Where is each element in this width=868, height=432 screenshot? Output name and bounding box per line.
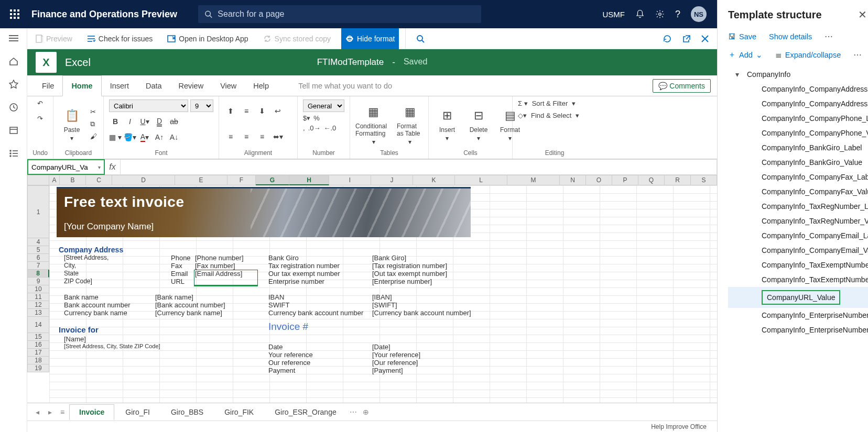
open-desktop-button[interactable]: Open in Desktop App bbox=[163, 28, 252, 49]
clock-icon[interactable] bbox=[8, 102, 19, 113]
tree-item[interactable]: CompanyInfo_CompanyFax_Valu bbox=[728, 184, 868, 199]
row-header[interactable]: 1 bbox=[27, 185, 49, 238]
border-button[interactable]: ▦ ▾ bbox=[109, 131, 122, 143]
panel-close-icon[interactable]: ✕ bbox=[858, 8, 867, 21]
align-bottom-button[interactable]: ⬇ bbox=[256, 105, 268, 117]
percent-button[interactable]: % bbox=[313, 114, 320, 122]
font-color-button[interactable]: A▾ bbox=[138, 131, 151, 143]
sheet-nav-prev-icon[interactable]: ▸ bbox=[44, 408, 56, 416]
row-header[interactable]: 12 bbox=[27, 301, 49, 309]
sync-button[interactable]: Sync stored copy bbox=[259, 28, 335, 49]
sheet-nav-first-icon[interactable]: ◂ bbox=[31, 408, 43, 416]
underline-button[interactable]: U ▾ bbox=[138, 115, 151, 128]
row-header[interactable]: 7 bbox=[27, 262, 49, 270]
name-box[interactable]: CompanyURL_Va▾ bbox=[27, 159, 105, 175]
sort-filter-button[interactable]: Sort & Filter bbox=[532, 99, 568, 107]
column-header[interactable]: J bbox=[371, 175, 413, 185]
column-header[interactable]: G bbox=[256, 175, 289, 185]
tree-item[interactable]: CompanyInfo_CompanyEmail_Va bbox=[728, 243, 868, 258]
column-header[interactable]: C bbox=[86, 175, 112, 185]
format-painter-icon[interactable]: 🖌 bbox=[90, 132, 97, 140]
number-format-select[interactable]: General bbox=[303, 99, 344, 112]
column-header[interactable]: I bbox=[329, 175, 371, 185]
double-underline-button[interactable]: D bbox=[153, 115, 166, 128]
row-header[interactable]: 18 bbox=[27, 357, 49, 364]
sheet-tab[interactable]: Invoice bbox=[69, 404, 114, 420]
row-header[interactable]: 9 bbox=[27, 278, 49, 285]
sheet-more-icon[interactable]: ⋯ bbox=[348, 408, 359, 416]
shrink-font-button[interactable]: A↓ bbox=[168, 131, 180, 143]
comma-button[interactable]: , bbox=[303, 124, 305, 132]
column-header[interactable]: K bbox=[413, 175, 455, 185]
italic-button[interactable]: I bbox=[124, 115, 136, 128]
row-header[interactable]: 17 bbox=[27, 349, 49, 357]
save-button[interactable]: 🖫 Save bbox=[728, 32, 756, 41]
tree-item[interactable]: CompanyInfo_EnterpriseNumber bbox=[728, 308, 868, 323]
inc-decimal-button[interactable]: .0→ bbox=[308, 124, 321, 132]
tab-view[interactable]: View bbox=[212, 75, 245, 96]
bold-button[interactable]: B bbox=[109, 115, 122, 128]
spreadsheet-grid[interactable]: Free text invoice [Your Company Name] Co… bbox=[49, 185, 717, 403]
search-input[interactable] bbox=[218, 9, 475, 19]
list-icon[interactable] bbox=[8, 148, 19, 159]
column-header[interactable]: E bbox=[175, 175, 227, 185]
popout-icon[interactable] bbox=[682, 35, 691, 43]
align-right-button[interactable]: ≡ bbox=[256, 130, 268, 143]
bell-icon[interactable] bbox=[635, 9, 645, 19]
sheet-tab[interactable]: Giro_ESR_Orange bbox=[265, 404, 346, 420]
redo-icon[interactable]: ↷ bbox=[37, 115, 43, 123]
home-icon[interactable] bbox=[8, 56, 19, 67]
cut-icon[interactable]: ✂ bbox=[90, 108, 97, 116]
row-header[interactable]: 15 bbox=[27, 333, 49, 341]
select-all-corner[interactable] bbox=[27, 175, 49, 185]
comments-button[interactable]: 💬 Comments bbox=[653, 79, 711, 93]
column-header[interactable]: O bbox=[586, 175, 612, 185]
font-size-select[interactable]: 9 bbox=[190, 99, 213, 112]
tree-item[interactable]: CompanyInfo_EnterpriseNumber bbox=[728, 323, 868, 337]
gear-icon[interactable] bbox=[655, 9, 665, 19]
align-top-button[interactable]: ⬆ bbox=[224, 105, 237, 117]
align-left-button[interactable]: ≡ bbox=[224, 130, 237, 143]
tab-help[interactable]: Help bbox=[245, 75, 277, 96]
grow-font-button[interactable]: A↑ bbox=[153, 131, 166, 143]
merge-button[interactable]: ⬌▾ bbox=[272, 130, 284, 143]
add-button[interactable]: ＋ Add ⌄ bbox=[728, 50, 763, 60]
copy-icon[interactable]: ⧉ bbox=[90, 120, 97, 128]
column-header[interactable]: B bbox=[60, 175, 86, 185]
currency-button[interactable]: $▾ bbox=[303, 114, 310, 122]
tab-review[interactable]: Review bbox=[170, 75, 212, 96]
toolbar-search-button[interactable] bbox=[405, 28, 429, 49]
tree-item[interactable]: CompanyInfo_TaxRegNumber_La bbox=[728, 199, 868, 214]
format-as-table-button[interactable]: ▦Format as Table ▾ bbox=[397, 103, 423, 146]
show-details-button[interactable]: Show details bbox=[769, 32, 812, 41]
wrap-text-button[interactable]: ↩ bbox=[272, 105, 284, 117]
help-improve-link[interactable]: Help Improve Office bbox=[651, 423, 707, 430]
tree-item[interactable]: CompanyInfo_CompanyAddress bbox=[728, 82, 868, 96]
insert-cells-button[interactable]: ⊞Insert ▾ bbox=[434, 106, 460, 142]
row-header[interactable]: 13 bbox=[27, 309, 49, 317]
star-icon[interactable] bbox=[8, 79, 19, 90]
strike-button[interactable]: ab bbox=[168, 115, 180, 128]
tree-item[interactable]: CompanyInfo_BankGiro_Label bbox=[728, 140, 868, 155]
find-select-button[interactable]: Find & Select bbox=[531, 112, 571, 119]
font-name-select[interactable]: Calibri bbox=[109, 99, 188, 112]
expand-collapse-button[interactable]: ≣ Expand/collapse bbox=[775, 51, 841, 59]
row-header[interactable]: 16 bbox=[27, 341, 49, 349]
column-header[interactable]: N bbox=[560, 175, 586, 185]
delete-cells-button[interactable]: ⊟Delete ▾ bbox=[465, 106, 492, 142]
column-header[interactable]: Q bbox=[638, 175, 665, 185]
check-issues-button[interactable]: Check for issues bbox=[83, 28, 157, 49]
more-2-icon[interactable]: ⋯ bbox=[853, 50, 863, 60]
row-header[interactable]: 11 bbox=[27, 293, 49, 301]
add-sheet-icon[interactable]: ⊕ bbox=[360, 408, 372, 416]
fill-color-button[interactable]: 🪣▾ bbox=[124, 131, 136, 143]
row-header[interactable]: 19 bbox=[27, 364, 49, 372]
column-header[interactable]: R bbox=[665, 175, 691, 185]
refresh-icon[interactable] bbox=[663, 34, 672, 43]
document-name[interactable]: FTIModTemplate bbox=[317, 57, 384, 68]
tree-item[interactable]: CompanyInfo_BankGiro_Value bbox=[728, 155, 868, 170]
paste-button[interactable]: 📋Paste ▾ bbox=[59, 106, 85, 142]
sheet-tab[interactable]: Giro_FI bbox=[115, 404, 160, 420]
tree-item[interactable]: CompanyInfo_TaxExemptNumbe bbox=[728, 272, 868, 287]
tree-item[interactable]: CompanyInfo_CompanyFax_Labe bbox=[728, 170, 868, 184]
